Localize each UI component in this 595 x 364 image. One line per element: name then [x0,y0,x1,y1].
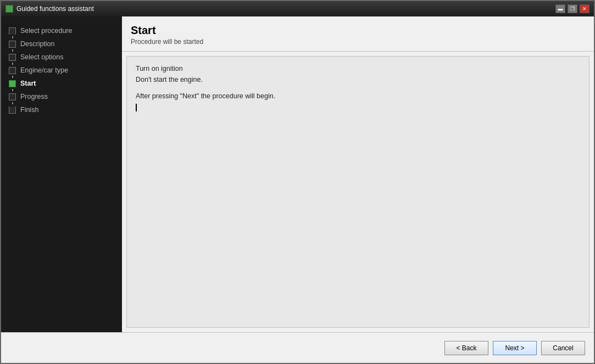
instruction-line-2: Don't start the engine. [136,74,580,85]
step-marker-description [9,41,16,48]
title-controls: ▬ ❐ ✕ [555,4,590,13]
text-cursor [136,104,137,111]
instruction-line-1: Turn on ignition [136,63,580,74]
sidebar-item-finish: Finish [1,104,122,115]
step-marker-start [9,80,16,87]
step-label-finish: Finish [20,106,38,114]
step-label-progress: Progress [20,93,48,100]
sidebar-item-engine-car-type: Engine/car type [1,65,122,76]
right-header: Start Procedure will be started [122,16,594,52]
step-label-select-procedure: Select procedure [20,27,73,35]
main-window: Guided functions assistant ▬ ❐ ✕ Select … [0,0,595,364]
sidebar-item-select-options: Select options [1,52,122,63]
step-marker-finish [9,107,16,114]
step-label-select-options: Select options [20,53,64,61]
title-bar: Guided functions assistant ▬ ❐ ✕ [1,1,594,16]
step-label-description: Description [20,40,55,48]
instruction-line-4: After pressing "Next" the procedure will… [136,91,580,102]
page-title: Start [131,24,585,37]
step-marker-select-procedure [9,27,16,35]
window-title: Guided functions assistant [16,5,94,13]
restore-button[interactable]: ❐ [568,4,577,13]
next-button[interactable]: Next > [493,341,537,355]
cancel-button[interactable]: Cancel [541,341,585,355]
step-marker-progress [9,93,16,100]
window-icon [5,5,13,13]
minimize-button[interactable]: ▬ [555,4,565,13]
right-panel: Start Procedure will be started Turn on … [122,16,594,332]
step-marker-select-options [9,54,16,61]
sidebar-item-select-procedure: Select procedure [1,25,122,36]
steps-list: Select procedure Description Select opti… [1,22,122,119]
sidebar: Select procedure Description Select opti… [1,16,122,332]
step-marker-engine-car-type [9,67,16,74]
close-button[interactable]: ✕ [580,4,590,13]
sidebar-item-start: Start [1,78,122,89]
main-content: Select procedure Description Select opti… [1,16,594,332]
sidebar-item-progress: Progress [1,91,122,102]
instruction-line-3 [136,85,580,91]
instruction-area: Turn on ignition Don't start the engine.… [126,56,590,328]
footer: < Back Next > Cancel [1,332,594,363]
step-label-start: Start [20,80,36,87]
back-button[interactable]: < Back [444,341,488,355]
page-subtitle: Procedure will be started [131,38,585,46]
sidebar-item-description: Description [1,38,122,49]
title-bar-left: Guided functions assistant [5,5,94,13]
step-label-engine-car-type: Engine/car type [20,66,68,74]
